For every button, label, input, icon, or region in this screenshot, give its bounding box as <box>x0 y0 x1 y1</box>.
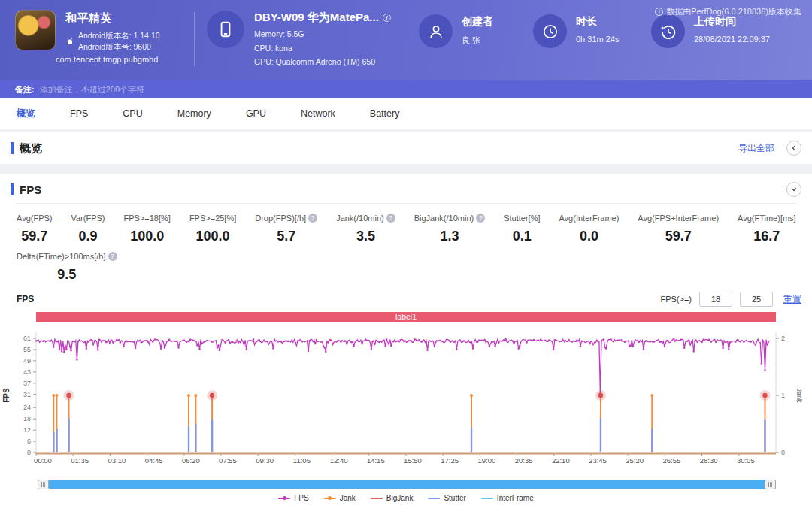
metric-Avg(FPS+InterFrame): Avg(FPS+InterFrame)59.7 <box>638 214 719 244</box>
svg-text:26:55: 26:55 <box>663 456 681 465</box>
note-placeholder: 添加备注，不超过200个字符 <box>40 84 144 95</box>
fps-threshold-high-input[interactable] <box>740 292 773 307</box>
tab-FPS[interactable]: FPS <box>70 108 88 119</box>
overview-section-header: 概览 导出全部 <box>0 132 812 164</box>
scrollbar-right-handle[interactable] <box>765 480 776 489</box>
fps-jank-chart[interactable]: 0612182431374349556101200:0001:3503:1004… <box>0 322 812 480</box>
tab-GPU[interactable]: GPU <box>246 108 266 119</box>
svg-text:31: 31 <box>23 391 31 398</box>
app-icon <box>15 10 56 50</box>
chart-range-scrollbar <box>38 480 776 489</box>
legend-marker <box>324 498 336 499</box>
report-header: 和平精英 Android版本名: 1.14.10 Android版本号: 960… <box>0 0 812 80</box>
android-icon <box>65 37 74 46</box>
tab-CPU[interactable]: CPU <box>123 108 142 119</box>
tab-Network[interactable]: Network <box>301 108 335 119</box>
svg-text:24: 24 <box>23 404 31 411</box>
svg-text:30:05: 30:05 <box>737 456 755 465</box>
tab-Memory[interactable]: Memory <box>177 108 211 119</box>
help-icon[interactable]: ? <box>108 252 117 261</box>
svg-text:18: 18 <box>23 415 31 423</box>
help-icon[interactable]: ? <box>476 214 485 223</box>
legend-item-Jank[interactable]: Jank <box>324 494 356 502</box>
device-cpu: CPU: kona <box>254 41 391 56</box>
app-name: 和平精英 <box>65 11 160 26</box>
metric-Stutter[%]: Stutter[%]0.1 <box>504 214 540 244</box>
duration-block: 时长 0h 31m 24s <box>533 0 651 80</box>
person-icon <box>419 14 453 48</box>
section-accent <box>11 183 14 195</box>
svg-text:15:50: 15:50 <box>404 456 422 465</box>
duration-value: 0h 31m 24s <box>576 35 619 44</box>
fps-threshold-low-input[interactable] <box>699 292 732 307</box>
svg-text:23:45: 23:45 <box>589 456 607 465</box>
legend-item-FPS[interactable]: FPS <box>278 494 308 502</box>
fps-threshold-label: FPS(>=) <box>660 295 692 304</box>
svg-text:49: 49 <box>23 357 31 365</box>
metric-Drop(FPS)[/h]: Drop(FPS)[/h]?5.7 <box>255 214 317 244</box>
svg-text:01:35: 01:35 <box>71 456 89 465</box>
collapse-left-button[interactable] <box>786 141 801 156</box>
svg-text:04:45: 04:45 <box>145 456 163 465</box>
svg-text:11:05: 11:05 <box>293 456 311 465</box>
help-icon[interactable]: ? <box>386 214 395 223</box>
reset-link[interactable]: 重置 <box>783 293 801 306</box>
svg-text:00:00: 00:00 <box>34 456 52 465</box>
note-bar[interactable]: 备注: 添加备注，不超过200个字符 <box>0 80 812 98</box>
legend-marker <box>428 498 440 499</box>
legend-marker <box>481 498 493 499</box>
help-icon[interactable]: ? <box>308 214 317 223</box>
export-all-link[interactable]: 导出全部 <box>738 142 774 155</box>
legend-marker <box>371 498 383 499</box>
svg-text:61: 61 <box>23 335 31 342</box>
device-info-block: DBY-W09 华为MatePa... i Memory: 5.5G CPU: … <box>207 0 419 80</box>
fps-section-title: FPS <box>20 183 41 196</box>
app-package-name: com.tencent.tmgp.pubgmhd <box>56 55 158 64</box>
duration-label: 时长 <box>576 15 619 29</box>
svg-text:06:20: 06:20 <box>182 456 200 465</box>
device-name: DBY-W09 华为MatePa... <box>254 11 379 25</box>
svg-text:37: 37 <box>23 380 31 387</box>
chart-legend: FPSJankBigJankStutterInterFrame <box>0 494 812 502</box>
metric-Avg(FTime)[ms]: Avg(FTime)[ms]16.7 <box>738 214 796 244</box>
info-icon: i <box>655 8 663 16</box>
creator-label: 创建者 <box>462 15 493 29</box>
collapse-down-button[interactable] <box>786 182 801 197</box>
svg-text:Jank: Jank <box>795 388 803 403</box>
svg-text:28:30: 28:30 <box>700 456 718 465</box>
svg-text:6: 6 <box>27 438 31 445</box>
device-info-icon[interactable]: i <box>383 14 391 22</box>
metric-Jank(/10min): Jank(/10min)?3.5 <box>336 214 395 244</box>
svg-text:0: 0 <box>781 449 785 456</box>
svg-text:25:20: 25:20 <box>626 456 644 465</box>
svg-text:2: 2 <box>781 335 785 342</box>
legend-item-InterFrame[interactable]: InterFrame <box>481 494 534 502</box>
svg-text:43: 43 <box>23 368 31 376</box>
android-version-name: Android版本名: 1.14.10 <box>78 30 160 41</box>
phone-icon <box>207 11 244 48</box>
fps-section: FPS Avg(FPS)59.7Var(FPS)0.9FPS>=18[%]100… <box>0 174 812 515</box>
metric-BigJank(/10min): BigJank(/10min)?1.3 <box>414 214 485 244</box>
chart-region-label[interactable]: label1 <box>36 312 776 322</box>
legend-marker <box>278 498 290 499</box>
legend-item-BigJank[interactable]: BigJank <box>371 494 414 502</box>
svg-text:22:10: 22:10 <box>552 456 570 465</box>
svg-text:20:35: 20:35 <box>515 456 533 465</box>
scrollbar-left-handle[interactable] <box>38 480 49 489</box>
tab-Battery[interactable]: Battery <box>370 108 400 119</box>
metric-Avg(InterFrame): Avg(InterFrame)0.0 <box>559 214 619 244</box>
scrollbar-range[interactable] <box>49 480 765 489</box>
svg-text:07:55: 07:55 <box>219 456 237 465</box>
tab-概览[interactable]: 概览 <box>17 108 35 120</box>
header-divider <box>194 12 195 66</box>
tab-bar: 概览FPSCPUMemoryGPUNetworkBattery <box>0 98 812 129</box>
legend-item-Stutter[interactable]: Stutter <box>428 494 465 502</box>
svg-text:0: 0 <box>27 449 31 456</box>
svg-text:17:25: 17:25 <box>441 456 459 465</box>
upload-time-value: 28/08/2021 22:09:37 <box>694 35 770 44</box>
svg-text:09:30: 09:30 <box>256 456 274 465</box>
svg-text:12: 12 <box>23 426 31 434</box>
metric-Delta(FTime)>100ms[/h]: Delta(FTime)>100ms[/h]?9.5 <box>17 252 117 283</box>
svg-text:12:40: 12:40 <box>330 456 348 465</box>
creator-value: 良 张 <box>462 35 493 46</box>
